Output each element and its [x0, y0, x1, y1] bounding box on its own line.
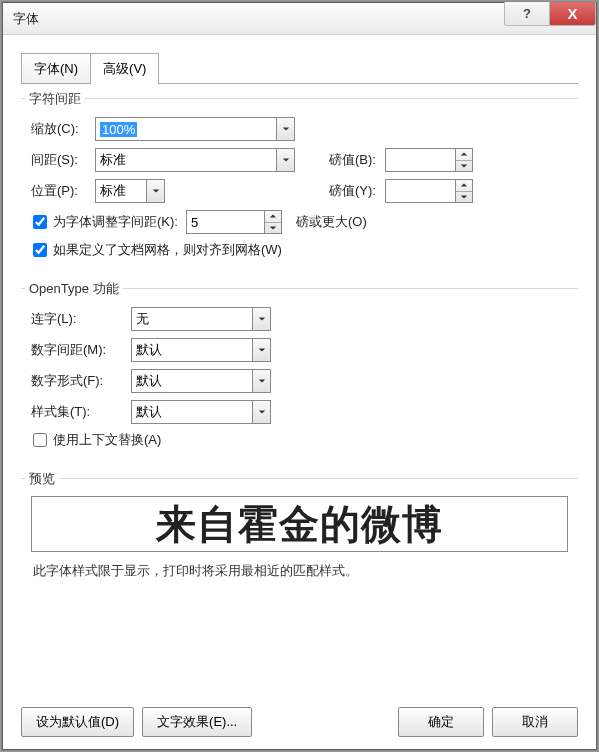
cancel-button[interactable]: 取消 [492, 707, 578, 737]
pts1-spinner[interactable] [385, 148, 473, 172]
ligatures-combo[interactable]: 无 [131, 307, 271, 331]
font-dialog: 字体 ? X 字体(N) 高级(V) 字符间距 缩放(C): 100% [2, 2, 597, 750]
numspace-label: 数字间距(M): [31, 341, 131, 359]
snap-grid-label: 如果定义了文档网格，则对齐到网格(W) [53, 241, 282, 259]
position-combo[interactable]: 标准 [95, 179, 165, 203]
kerning-input[interactable] [186, 210, 264, 234]
snap-grid-checkbox[interactable] [33, 243, 47, 257]
spacing-combo[interactable]: 标准 [95, 148, 295, 172]
dropdown-arrow-icon[interactable] [252, 308, 270, 330]
dropdown-arrow-icon[interactable] [146, 180, 164, 202]
styleset-combo[interactable]: 默认 [131, 400, 271, 424]
pts1-input[interactable] [385, 148, 455, 172]
preview-group: 预览 来自霍金的微博 此字体样式限于显示，打印时将采用最相近的匹配样式。 [21, 478, 578, 588]
dropdown-arrow-icon[interactable] [252, 339, 270, 361]
tab-font[interactable]: 字体(N) [21, 53, 91, 85]
opentype-group-title: OpenType 功能 [25, 280, 123, 298]
position-label: 位置(P): [31, 182, 95, 200]
spacing-group-title: 字符间距 [25, 90, 85, 108]
window-title: 字体 [13, 10, 39, 28]
dropdown-arrow-icon[interactable] [252, 401, 270, 423]
spin-up-icon[interactable] [265, 211, 281, 223]
scale-label: 缩放(C): [31, 120, 95, 138]
context-alt-label: 使用上下文替换(A) [53, 431, 161, 449]
kerning-label: 为字体调整字间距(K): [53, 213, 178, 231]
context-alt-checkbox[interactable] [33, 433, 47, 447]
ligatures-label: 连字(L): [31, 310, 131, 328]
pts1-label: 磅值(B): [329, 151, 385, 169]
close-button[interactable]: X [550, 2, 596, 26]
spin-up-icon[interactable] [456, 149, 472, 161]
spacing-group: 字符间距 缩放(C): 100% 间距(S): 标准 磅值(B): [21, 98, 578, 274]
spacing-label: 间距(S): [31, 151, 95, 169]
set-default-button[interactable]: 设为默认值(D) [21, 707, 134, 737]
styleset-label: 样式集(T): [31, 403, 131, 421]
titlebar[interactable]: 字体 ? X [3, 3, 596, 35]
numform-label: 数字形式(F): [31, 372, 131, 390]
pts2-spinner[interactable] [385, 179, 473, 203]
spin-up-icon[interactable] [456, 180, 472, 192]
preview-text: 来自霍金的微博 [156, 497, 443, 552]
spin-down-icon[interactable] [265, 223, 281, 234]
spin-down-icon[interactable] [456, 192, 472, 203]
numform-combo[interactable]: 默认 [131, 369, 271, 393]
kerning-checkbox[interactable] [33, 215, 47, 229]
dropdown-arrow-icon[interactable] [276, 149, 294, 171]
dropdown-arrow-icon[interactable] [252, 370, 270, 392]
numspace-combo[interactable]: 默认 [131, 338, 271, 362]
text-effects-button[interactable]: 文字效果(E)... [142, 707, 252, 737]
kerning-spinner[interactable] [186, 210, 282, 234]
dropdown-arrow-icon[interactable] [276, 118, 294, 140]
preview-note: 此字体样式限于显示，打印时将采用最相近的匹配样式。 [33, 562, 568, 580]
spin-down-icon[interactable] [456, 161, 472, 172]
scale-combo[interactable]: 100% [95, 117, 295, 141]
pts2-input[interactable] [385, 179, 455, 203]
help-button[interactable]: ? [504, 2, 550, 26]
tab-advanced[interactable]: 高级(V) [90, 53, 159, 85]
preview-group-title: 预览 [25, 470, 59, 488]
opentype-group: OpenType 功能 连字(L): 无 数字间距(M): 默认 [21, 288, 578, 464]
kerning-unit-label: 磅或更大(O) [296, 213, 367, 231]
preview-box: 来自霍金的微博 [31, 496, 568, 552]
pts2-label: 磅值(Y): [329, 182, 385, 200]
ok-button[interactable]: 确定 [398, 707, 484, 737]
